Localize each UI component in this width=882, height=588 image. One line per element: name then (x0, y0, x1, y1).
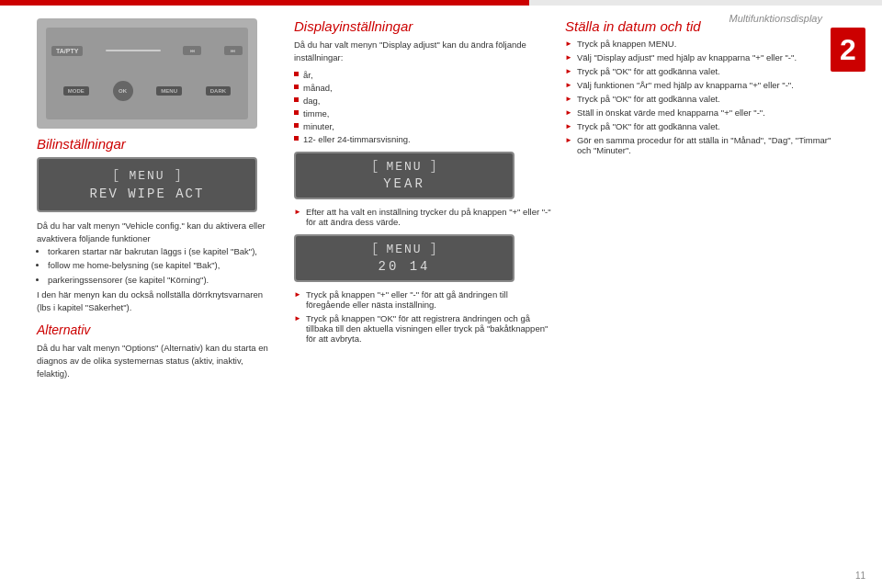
bracket-left-2: [ (371, 242, 379, 256)
lcd-year-value: 20 14 (378, 259, 430, 274)
step-2: ► Välj "Display adjust" med hjälp av kna… (565, 52, 831, 62)
arrow-icon-3: ► (294, 314, 301, 322)
chapter-number: 2 (831, 28, 865, 72)
note-text-2: ► Tryck på knappen "+" eller "-" för att… (294, 289, 551, 310)
left-body-text: Då du har valt menyn "Vehicle config." k… (37, 220, 276, 313)
bullet-icon (294, 97, 299, 102)
bracket-left: [ (371, 159, 379, 174)
step-3: ► Tryck på "OK" för att godkänna valet. (565, 66, 831, 76)
arrow-icon-r8: ► (565, 136, 572, 144)
arrow-icon: ► (294, 208, 301, 216)
arrow-icon-2: ► (294, 290, 301, 299)
left-section-heading: Bilinställningar (37, 136, 276, 152)
radio-device-image: TA/PTY ⏮ ⏭ MODE OK MENU DARK (37, 18, 257, 129)
chapter-label: 2 (840, 33, 856, 67)
lcd-menu-text: MENU (129, 169, 164, 183)
lcd-bracket-left: [ (112, 168, 119, 183)
arrow-icon-r5: ► (565, 95, 572, 103)
list-item: parkeringssensorer (se kapitel "Körning"… (48, 274, 276, 287)
left-column: TA/PTY ⏮ ⏭ MODE OK MENU DARK Bilinställn… (37, 18, 276, 386)
step-7: ► Tryck på "OK" för att godkänna valet. (565, 121, 831, 131)
radio-screen (106, 50, 161, 51)
step-4: ► Välj funktionen "År" med hjälp av knap… (565, 80, 831, 90)
bullet-icon (294, 72, 299, 76)
bullet-icon (294, 85, 299, 89)
lcd-year-text: YEAR (383, 176, 425, 191)
lcd-bracket-right: ] (175, 168, 182, 183)
list-item: 12- eller 24-timmarsvisning. (294, 134, 551, 144)
left-bullet-list: torkaren startar när bakrutan läggs i (s… (37, 245, 276, 287)
ok-button: OK (113, 81, 133, 101)
lcd-menu-label: MENU (386, 160, 422, 174)
alt-heading: Alternativ (37, 322, 276, 337)
right-section-heading: Ställa in datum och tid (565, 18, 831, 34)
middle-column: Displayinställningar Då du har valt meny… (294, 18, 551, 347)
arrow-icon-r2: ► (565, 53, 572, 62)
arrow-icon-r1: ► (565, 40, 572, 48)
bullet-icon (294, 136, 299, 141)
right-column: Ställa in datum och tid ► Tryck på knapp… (565, 18, 831, 159)
bracket-right: ] (430, 159, 437, 174)
list-item: dag, (294, 96, 551, 106)
step-1: ► Tryck på knappen MENU. (565, 39, 831, 49)
note-text-3: ► Tryck på knappen "OK" för att registre… (294, 313, 551, 344)
ta-pty-button: TA/PTY (51, 46, 83, 56)
arrow-icon-r3: ► (565, 67, 572, 75)
bracket-right-2: ] (430, 242, 437, 256)
top-bar (0, 0, 882, 6)
dark-button: DARK (206, 86, 231, 96)
lcd-display-main: [ MENU ] REV WIPE ACT (37, 157, 257, 212)
lcd-bottom-text: REV WIPE ACT (90, 187, 205, 201)
list-item: timme, (294, 108, 551, 119)
note-text-1: ► Efter att ha valt en inställning tryck… (294, 207, 551, 227)
lcd-menu-label-2: MENU (386, 243, 422, 256)
step-8: ► Gör en samma procedur för att ställa i… (565, 135, 831, 155)
list-item: follow me home-belysning (se kapitel "Ba… (48, 259, 276, 272)
menu-button-radio: MENU (156, 86, 182, 96)
list-item: år, (294, 70, 551, 80)
bullet-icon (294, 123, 299, 128)
lcd-display-year-value: [ MENU ] 20 14 (294, 234, 514, 282)
list-item: torkaren startar när bakrutan läggs i (s… (48, 245, 276, 258)
list-item: minuter, (294, 121, 551, 131)
mode-button: MODE (63, 86, 89, 96)
middle-intro-text: Då du har valt menyn "Display adjust" ka… (294, 39, 551, 64)
alt-body-text: Då du har valt menyn "Options" (Alternat… (37, 342, 276, 379)
display-bullets: år, månad, dag, timme, minuter, 12- elle… (294, 70, 551, 144)
page-number: 11 (855, 571, 865, 581)
step-6: ► Ställ in önskat värde med knapparna "+… (565, 107, 831, 118)
step-5: ► Tryck på "OK" för att godkänna valet. (565, 94, 831, 104)
lcd-display-year: [ MENU ] YEAR (294, 152, 514, 199)
arrow-icon-r4: ► (565, 81, 572, 89)
list-item: månad, (294, 83, 551, 93)
middle-section-heading: Displayinställningar (294, 18, 551, 34)
arrow-icon-r7: ► (565, 122, 572, 130)
arrow-icon-r6: ► (565, 108, 572, 117)
bullet-icon (294, 110, 299, 115)
